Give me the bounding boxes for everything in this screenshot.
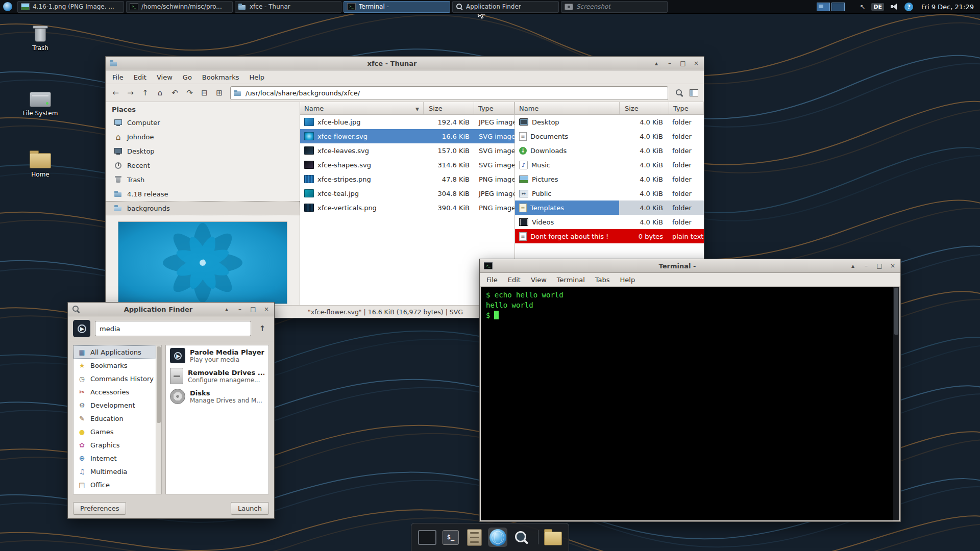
workspace-button[interactable] bbox=[817, 3, 830, 11]
shade-icon[interactable]: ▴ bbox=[223, 303, 230, 315]
help-status-icon[interactable] bbox=[904, 3, 913, 11]
category-item[interactable]: Other bbox=[74, 491, 161, 494]
shade-icon[interactable]: ▴ bbox=[653, 57, 660, 69]
task-button[interactable]: xfce - Thunar bbox=[235, 1, 341, 13]
scrollbar-thumb[interactable] bbox=[157, 346, 161, 423]
location-input[interactable] bbox=[244, 89, 665, 97]
toolbar-button[interactable]: ↶ bbox=[168, 87, 182, 99]
workspace-button[interactable] bbox=[831, 3, 845, 11]
web-browser-launcher[interactable] bbox=[488, 528, 507, 547]
toolbar-button[interactable]: ⊟ bbox=[198, 87, 211, 99]
menu-item[interactable]: View bbox=[526, 274, 551, 285]
volume-icon[interactable] bbox=[890, 3, 898, 10]
keyboard-layout-indicator[interactable]: DE bbox=[871, 3, 884, 11]
file-cabinet-launcher[interactable] bbox=[464, 528, 484, 547]
minimize-icon[interactable]: – bbox=[236, 303, 243, 315]
result-item[interactable]: Disks Manage Drives and M... bbox=[166, 386, 268, 407]
toolbar-button[interactable]: ⌂ bbox=[153, 87, 167, 99]
toolbar-button[interactable]: ← bbox=[109, 87, 122, 99]
result-item[interactable]: Removable Drives ... Configure manageme.… bbox=[166, 366, 268, 386]
terminal-launcher[interactable] bbox=[418, 528, 437, 547]
menu-item[interactable]: File bbox=[482, 274, 502, 285]
minimize-icon[interactable]: – bbox=[666, 57, 673, 69]
category-item[interactable]: Office bbox=[74, 478, 161, 491]
menu-item[interactable]: Help bbox=[244, 72, 269, 83]
clock[interactable]: Fri 9 Dec, 21:29 bbox=[921, 3, 974, 11]
folder-launcher[interactable] bbox=[543, 528, 562, 547]
location-bar[interactable] bbox=[230, 86, 668, 100]
column-header-size[interactable]: Size bbox=[424, 102, 474, 114]
applications-menu-icon[interactable] bbox=[3, 2, 12, 11]
xterm-launcher[interactable] bbox=[441, 528, 460, 547]
category-item[interactable]: Development bbox=[74, 398, 161, 412]
minimize-icon[interactable]: – bbox=[863, 260, 870, 272]
menu-item[interactable]: Edit bbox=[129, 72, 151, 83]
file-row[interactable]: Videos 4.0 KiB folder bbox=[515, 215, 704, 229]
desktop-icon-home[interactable]: Home bbox=[12, 150, 68, 178]
category-item[interactable]: Multimedia bbox=[74, 465, 161, 478]
category-item[interactable]: Games bbox=[74, 425, 161, 438]
toolbar-button[interactable]: ⊞ bbox=[212, 87, 226, 99]
category-item[interactable]: Internet bbox=[74, 452, 161, 465]
file-row[interactable]: xfce-blue.jpg 192.4 KiB JPEG image bbox=[300, 115, 514, 129]
category-item[interactable]: Bookmarks bbox=[74, 359, 161, 372]
pointer-tray-icon[interactable] bbox=[860, 3, 866, 11]
category-scrollbar[interactable] bbox=[156, 345, 161, 494]
column-header-name[interactable]: Name bbox=[300, 102, 424, 114]
place-item[interactable]: Desktop bbox=[106, 144, 300, 158]
maximize-icon[interactable]: □ bbox=[876, 260, 883, 272]
file-row[interactable]: Documents 4.0 KiB folder bbox=[515, 129, 704, 143]
app-finder-launcher[interactable] bbox=[511, 528, 531, 547]
place-item[interactable]: 4.18 release bbox=[106, 187, 300, 201]
category-item[interactable]: Accessories bbox=[74, 385, 161, 398]
category-item[interactable]: Education bbox=[74, 412, 161, 425]
task-button[interactable]: Terminal - bbox=[344, 1, 450, 13]
menu-item[interactable]: View bbox=[152, 72, 177, 83]
file-row[interactable]: Music 4.0 KiB folder bbox=[515, 158, 704, 172]
file-row[interactable]: Public 4.0 KiB folder bbox=[515, 186, 704, 201]
result-item[interactable]: Parole Media Player Play your media bbox=[166, 345, 268, 366]
menu-item[interactable]: File bbox=[108, 72, 128, 83]
category-item[interactable]: Commands History bbox=[74, 372, 161, 385]
menu-item[interactable]: Bookmarks bbox=[198, 72, 244, 83]
place-item[interactable]: Computer bbox=[106, 115, 300, 130]
launch-button[interactable]: Launch bbox=[231, 502, 269, 515]
launch-arrow-button[interactable] bbox=[256, 322, 269, 335]
toolbar-button[interactable]: ↷ bbox=[183, 87, 197, 99]
close-icon[interactable]: × bbox=[693, 57, 700, 69]
task-button[interactable]: Application Finder bbox=[452, 1, 559, 13]
place-item[interactable]: Recent bbox=[106, 158, 300, 172]
menu-item[interactable]: Go bbox=[178, 72, 197, 83]
file-row[interactable]: xfce-verticals.png 390.4 KiB PNG image bbox=[300, 201, 514, 215]
toolbar-button[interactable]: → bbox=[124, 87, 137, 99]
scrollbar-thumb[interactable] bbox=[894, 288, 898, 335]
desktop-icon-trash[interactable]: Trash bbox=[12, 24, 68, 52]
place-item[interactable]: backgrounds bbox=[106, 201, 300, 215]
maximize-icon[interactable]: □ bbox=[679, 57, 687, 69]
file-row[interactable]: Desktop 4.0 KiB folder bbox=[515, 115, 704, 129]
menu-item[interactable]: Tabs bbox=[591, 274, 615, 285]
file-row[interactable]: Downloads 4.0 KiB folder bbox=[515, 143, 704, 158]
menu-item[interactable]: Terminal bbox=[552, 274, 590, 285]
column-header-size[interactable]: Size bbox=[620, 102, 669, 114]
desktop-icon-filesystem[interactable]: File System bbox=[12, 92, 68, 117]
column-header-type[interactable]: Type bbox=[474, 102, 514, 114]
terminal-scrollbar[interactable] bbox=[893, 287, 899, 520]
task-button[interactable]: 4.16-1.png (PNG Image, ... bbox=[17, 1, 124, 13]
menu-item[interactable]: Edit bbox=[503, 274, 525, 285]
toggle-side-pane-button[interactable] bbox=[687, 87, 701, 99]
category-item[interactable]: Graphics bbox=[74, 438, 161, 452]
file-row[interactable]: Pictures 4.0 KiB folder bbox=[515, 172, 704, 186]
preferences-button[interactable]: Preferences bbox=[73, 502, 126, 515]
column-header-type[interactable]: Type bbox=[669, 102, 704, 114]
close-icon[interactable]: × bbox=[263, 303, 270, 315]
file-row[interactable]: xfce-leaves.svg 157.0 KiB SVG image bbox=[300, 143, 514, 158]
file-row[interactable]: Templates 4.0 KiB folder bbox=[515, 201, 704, 215]
toolbar-button[interactable]: ↑ bbox=[138, 87, 152, 99]
search-button[interactable] bbox=[672, 87, 686, 99]
file-row[interactable]: xfce-flower.svg 16.6 KiB SVG image bbox=[300, 129, 514, 143]
menu-item[interactable]: Help bbox=[616, 274, 640, 285]
file-row[interactable]: xfce-shapes.svg 314.6 KiB SVG image bbox=[300, 158, 514, 172]
column-header-name[interactable]: Name bbox=[515, 102, 620, 114]
file-row[interactable]: xfce-teal.jpg 304.8 KiB JPEG image bbox=[300, 186, 514, 201]
